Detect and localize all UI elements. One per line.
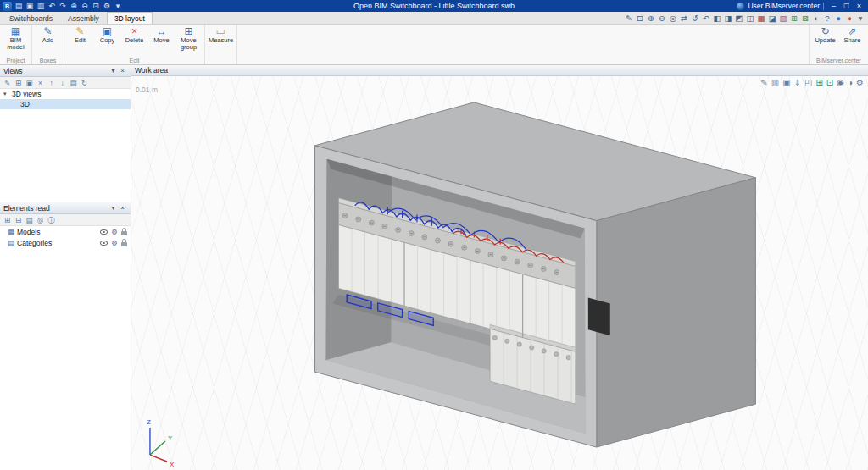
quick-access-more-icon[interactable]: ▾ [113,1,123,11]
move-group-icon: ⊞ [184,26,192,37]
tab-switchboards[interactable]: Switchboards [2,12,60,24]
zoom-out-icon[interactable]: ⊖ [657,13,667,24]
move-group-button[interactable]: ⊞Move group [175,25,202,51]
edit-views-icon[interactable]: ✎ [3,78,12,88]
show-all-icon[interactable]: ▤ [25,215,34,225]
zoom-in-icon[interactable]: ⊕ [69,1,79,11]
move-up-icon[interactable]: ↑ [47,78,56,88]
duplicate-view-icon[interactable]: ▣ [25,78,34,88]
minimize-button[interactable]: – [827,0,840,12]
add-icon: ✎ [43,26,52,37]
previous-view-icon[interactable]: ↶ [701,13,711,24]
options-icon[interactable]: ⚙ [110,239,119,247]
viewport-3d[interactable]: 0.01 m ✎▥▣⇓◰⊞⊡◉◑⚙ [131,76,868,470]
edit-tool-icon[interactable]: ✎ [624,13,634,24]
share-button[interactable]: ⇗Share [839,25,865,51]
lock-icon[interactable] [121,231,127,235]
pan-icon[interactable]: ⇄ [679,13,689,24]
view-settings-icon[interactable]: ⚙ [856,78,864,88]
isolate-icon[interactable]: ◎ [36,215,45,225]
maximize-button[interactable]: □ [840,0,853,12]
delete-button[interactable]: ×Delete [121,25,147,51]
quick-access-toolbar: ▤▣▥↶↷⊕⊖⊡⚙▾ [14,1,123,11]
help-icon[interactable]: ? [822,13,832,24]
visibility-icon[interactable]: ◉ [837,78,844,88]
cype-icon[interactable]: ● [844,13,854,24]
orbit-icon[interactable]: ↺ [690,13,700,24]
add-button[interactable]: ✎Add [35,25,61,51]
bim-model-button[interactable]: ▦BIM model [3,25,29,51]
left-panel: Views ▾ × ✎⊞▣×↑↓▤↻ ▾ 3D views 3D Element… [0,65,131,470]
tab-assembly[interactable]: Assembly [60,12,107,24]
redo-icon[interactable]: ↷ [58,1,68,11]
export-icon[interactable]: ⇓ [794,78,801,88]
edit-button[interactable]: ✎Edit [67,25,93,51]
ribbon-group-boxes: ✎AddBoxes [32,25,64,64]
info-icon[interactable]: ⓘ [47,215,56,225]
zoom-window-icon[interactable]: ⊡ [91,1,101,11]
zoom-extents-icon[interactable]: ◎ [668,13,678,24]
background-icon[interactable]: ◐ [811,13,821,24]
undo-icon[interactable]: ↶ [47,1,57,11]
snap-icon[interactable]: ⊡ [826,78,833,88]
settings-icon[interactable]: ⚙ [102,1,112,11]
visibility-icon[interactable] [100,229,108,235]
zoom-out-icon[interactable]: ⊖ [80,1,90,11]
options-icon[interactable]: ⚙ [110,228,119,236]
grid-icon[interactable]: ⊞ [789,13,799,24]
tree-expander-icon[interactable]: ▾ [3,91,9,97]
front-view-icon[interactable]: ◧ [712,13,722,24]
ribbon-group-misc: ▭Measure [205,25,237,64]
measure-button[interactable]: ▭Measure [208,25,234,51]
user-account-label[interactable]: User BIMserver.center [748,2,820,10]
grid-icon[interactable]: ⊞ [815,78,822,88]
copy-button[interactable]: ▣Copy [94,25,120,51]
section-icon[interactable]: ◪ [767,13,777,24]
bimserver-sync-icon[interactable]: ● [833,13,843,24]
top-view-icon[interactable]: ◩ [734,13,744,24]
edit-icon: ✎ [75,26,84,37]
side-view-icon[interactable]: ◨ [723,13,733,24]
shading-icon[interactable]: ◑ [848,78,853,88]
move-button[interactable]: ↔Move [148,25,175,51]
elements-collapse-button[interactable]: ▾ [108,204,118,212]
delete-view-icon[interactable]: × [36,78,45,88]
open-file-icon[interactable]: ▤ [14,1,24,11]
views-close-button[interactable]: × [118,67,127,75]
update-button[interactable]: ↻Update [812,25,838,51]
zoom-in-icon[interactable]: ⊕ [646,13,656,24]
element-row-models[interactable]: ▦Models⚙ [0,226,131,237]
zoom-window-icon[interactable]: ⊡ [635,13,645,24]
move-down-icon[interactable]: ↓ [58,78,67,88]
capture-icon[interactable]: ▣ [782,78,790,88]
snap-icon[interactable]: ⊠ [800,13,810,24]
add-view-icon[interactable]: ⊞ [14,78,23,88]
iso-view-icon[interactable]: ◫ [745,13,755,24]
view-list-icon[interactable]: ▤ [69,78,78,88]
refresh-views-icon[interactable]: ↻ [80,78,89,88]
app-icon[interactable]: B [3,2,12,11]
element-row-categories[interactable]: ▤Categories⚙ [0,237,131,248]
hide-elements-icon[interactable]: ▧ [778,13,788,24]
close-button[interactable]: × [853,0,865,12]
tab-3d-layout[interactable]: 3D layout [107,12,153,24]
save-icon[interactable]: ▣ [25,1,35,11]
views-toolbar: ✎⊞▣×↑↓▤↻ [0,77,131,89]
update-button-label: Update [815,37,835,51]
measure-button-label: Measure [209,37,233,51]
print-icon[interactable]: ▥ [36,1,46,11]
titlebar-separator [823,3,824,10]
elements-close-button[interactable]: × [118,204,127,212]
expand-all-icon[interactable]: ⊞ [3,215,12,225]
collapse-all-icon[interactable]: ⊟ [14,215,23,225]
collapse-ribbon-icon[interactable]: ▾ [855,13,865,24]
print-view-icon[interactable]: ▥ [771,78,779,88]
tree-node-3d[interactable]: 3D [0,99,131,109]
render-icon[interactable]: ▦ [756,13,766,24]
views-collapse-button[interactable]: ▾ [108,67,118,75]
views-cube-icon[interactable]: ◰ [804,78,812,88]
visibility-icon[interactable] [100,241,108,246]
tree-node-3d-views[interactable]: ▾ 3D views [0,89,131,99]
annotate-icon[interactable]: ✎ [760,78,767,88]
lock-icon[interactable] [121,242,127,246]
